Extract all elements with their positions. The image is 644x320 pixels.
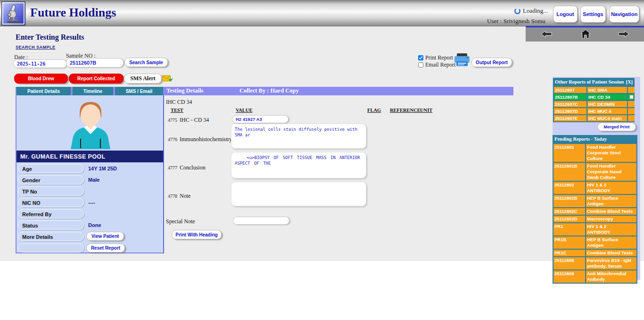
pending-name[interactable]: HEP B Surface Antigen <box>586 236 636 249</box>
pending-report-row[interactable]: PR1C Combine Blood Tests <box>553 249 637 256</box>
logout-button[interactable]: Logout <box>553 6 578 23</box>
email-report-checkbox[interactable] <box>418 62 423 67</box>
test-value-textarea[interactable] <box>231 124 366 149</box>
report-id[interactable]: 25112607B <box>554 94 586 100</box>
report-id[interactable]: 25112607E <box>554 115 586 121</box>
view-patient-button[interactable]: View Patient <box>86 232 124 241</box>
patient-avatar <box>62 99 119 149</box>
pending-id[interactable]: 25112605 <box>553 257 585 269</box>
home-icon[interactable] <box>580 29 591 39</box>
other-reports-panel: Other Reports of Patient Session [X] 251… <box>553 78 635 122</box>
settings-button[interactable]: Settings <box>580 6 606 23</box>
pending-report-row[interactable]: 25112601 Food Handler Corporate Stool Cu… <box>553 143 637 162</box>
test-value-textarea[interactable] <box>231 152 366 178</box>
pending-id[interactable]: PR1B <box>553 236 585 249</box>
pending-report-row[interactable]: 25112602B HEP B Surface Antigen <box>553 194 637 207</box>
pending-name[interactable]: HIV 1 & 2 ANTIBODY <box>586 223 636 236</box>
tab-sms-email[interactable]: SMS / Email <box>115 87 163 95</box>
printer-icon[interactable] <box>454 53 471 67</box>
pending-report-row[interactable]: 25112602C Combine Blood Tests <box>553 207 637 215</box>
pending-report-row[interactable]: PR1 HIV 1 & 2 ANTIBODY <box>553 222 637 236</box>
pending-name[interactable]: HIV 1 & 2 ANTIBODY <box>586 182 636 194</box>
test-value-textarea[interactable] <box>231 182 366 206</box>
pending-id[interactable]: 25112606 <box>553 270 585 283</box>
pending-id[interactable]: PR1 <box>553 223 585 236</box>
merge-select-checkbox[interactable] <box>629 95 634 99</box>
pending-name[interactable]: Food Handler Corporate Nasal Swab Cultur… <box>586 163 636 181</box>
report-name[interactable]: IHC MUC 4 <box>587 108 627 114</box>
other-report-row-selected[interactable]: 25112607B IHC CD 34 <box>553 93 635 100</box>
other-report-row[interactable]: 25112607D IHC MUC 4 <box>553 107 635 114</box>
report-name[interactable]: IHC CD 34 <box>587 94 627 100</box>
print-report-checkbox[interactable] <box>418 55 423 60</box>
test-value-input[interactable] <box>232 115 289 123</box>
pending-id[interactable]: 25112602B <box>553 195 585 207</box>
pending-id[interactable]: 25112602D <box>553 216 585 222</box>
patient-field-label-status: Status <box>18 220 84 230</box>
sample-no-input[interactable] <box>66 58 124 67</box>
report-name[interactable]: IHC DESMIN <box>587 101 627 107</box>
pending-report-row[interactable]: 25112602 HIV 1 & 2 ANTIBODY <box>553 181 637 194</box>
pending-id[interactable]: 25112601B <box>553 163 585 181</box>
merged-print-button[interactable]: Merged Print <box>597 123 636 131</box>
pending-name[interactable]: Macroscopy <box>586 216 636 222</box>
pending-name[interactable]: Combine Blood Tests <box>586 208 636 215</box>
pending-report-row[interactable]: 25112601B Food Handler Corporate Nasal S… <box>553 162 637 181</box>
pending-report-row[interactable]: PR1B HEP B Surface Antigen <box>553 236 637 249</box>
sms-alert-button[interactable]: SMS Alert <box>124 74 162 84</box>
special-note-input[interactable] <box>233 217 289 225</box>
app-logo <box>1 1 25 25</box>
tab-patient-details[interactable]: Patient Details <box>17 87 71 95</box>
output-report-button[interactable]: Output Report <box>471 58 512 67</box>
special-note-label: Special Note <box>166 218 195 225</box>
testing-details-title: Testing Details <box>166 87 203 94</box>
forward-arrow-icon[interactable] <box>618 30 629 38</box>
search-sample-button[interactable]: Search Sample <box>124 58 168 67</box>
other-report-row[interactable]: 25112607E IHC MUC4 stain <box>553 114 635 121</box>
test-row-code: 4778 <box>168 194 177 199</box>
pending-report-row[interactable]: 25112606 Anti Mitochrondial Anibody <box>553 269 637 283</box>
loading-indicator: Loading... <box>514 7 548 15</box>
report-collected-button[interactable]: Report Collected <box>69 74 124 84</box>
test-row-code: 4777 <box>168 165 177 170</box>
blood-drew-button[interactable]: Blood Drew <box>14 74 68 84</box>
loading-text: Loading... <box>523 7 548 15</box>
reset-report-button[interactable]: Reset Report <box>86 244 125 253</box>
pending-id[interactable]: PR1C <box>553 250 585 256</box>
user-label: User : Srivignesh Somu <box>487 17 545 25</box>
date-input[interactable] <box>13 59 67 68</box>
test-row-code: 4776 <box>168 137 177 142</box>
tab-timeline[interactable]: Timeline <box>73 87 113 95</box>
email-envelope-icon[interactable] <box>162 75 173 83</box>
report-name[interactable]: IHC MUC4 stain <box>587 115 627 121</box>
report-id[interactable]: 25112607D <box>554 108 586 114</box>
other-report-row[interactable]: 25112607 IHC SMA <box>553 86 635 93</box>
report-id[interactable]: 25112607 <box>554 87 586 93</box>
patient-name-header: Mr. GUMAEL FINESSE POOL <box>17 151 163 162</box>
test-row-name: Note <box>180 193 190 200</box>
test-row-name: Immunohistochemistry <box>180 136 232 143</box>
test-row-code: 4775 <box>168 118 177 123</box>
pending-name[interactable]: HEP B Surface Antigen <box>586 195 636 207</box>
search-sample-link[interactable]: SEARCH SAMPLE <box>16 45 56 50</box>
pending-report-row[interactable]: 25112602D Macroscopy <box>553 215 637 222</box>
pending-name[interactable]: Food Handler Corporate Stool Culture <box>586 144 636 162</box>
patient-field-value-gender: Male <box>88 175 99 185</box>
pending-id[interactable]: 25112602C <box>553 208 585 215</box>
navigation-button[interactable]: Navigation <box>609 6 639 23</box>
report-id[interactable]: 25112607C <box>554 101 586 107</box>
pending-name[interactable]: Anti Mitochrondial Anibody <box>586 270 636 283</box>
patient-field-value-nicno: ---- <box>88 198 95 207</box>
report-name[interactable]: IHC SMA <box>587 87 627 93</box>
pending-name[interactable]: Parvovirus B19 - IgM antibody, Serum <box>586 257 636 269</box>
pending-name[interactable]: Combine Blood Tests <box>586 250 636 256</box>
pending-report-row[interactable]: 25112605 Parvovirus B19 - IgM antibody, … <box>553 256 637 269</box>
close-panel-button[interactable]: [X] <box>626 79 633 84</box>
other-report-row[interactable]: 25112607C IHC DESMIN <box>553 100 635 107</box>
pending-id[interactable]: 25112601 <box>553 144 585 162</box>
back-arrow-icon[interactable] <box>541 30 552 38</box>
report-check-cell <box>628 101 635 107</box>
pending-reports-panel: Pending Reports - Today 25112601 Food Ha… <box>553 135 637 284</box>
pending-id[interactable]: 25112602 <box>553 182 585 194</box>
print-with-heading-button[interactable]: Print With Heading <box>172 230 222 239</box>
